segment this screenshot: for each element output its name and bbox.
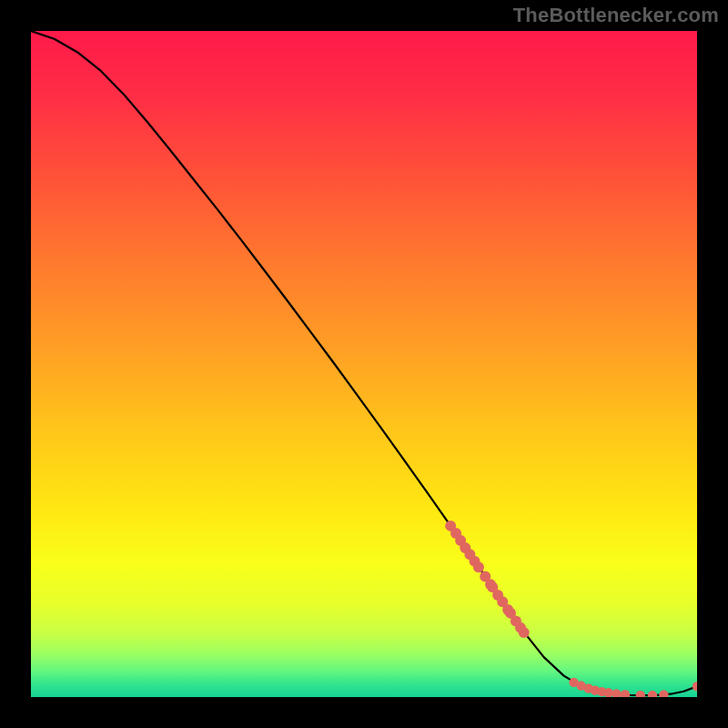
marker-point: [519, 627, 530, 638]
chart-stage: TheBottleneсker.com: [0, 0, 728, 728]
watermark-text: TheBottleneсker.com: [513, 4, 719, 27]
marker-point: [473, 561, 484, 572]
marker-point: [603, 688, 612, 697]
plot-area: [31, 31, 697, 697]
gradient-background: [31, 31, 697, 697]
plot-svg: [31, 31, 697, 697]
